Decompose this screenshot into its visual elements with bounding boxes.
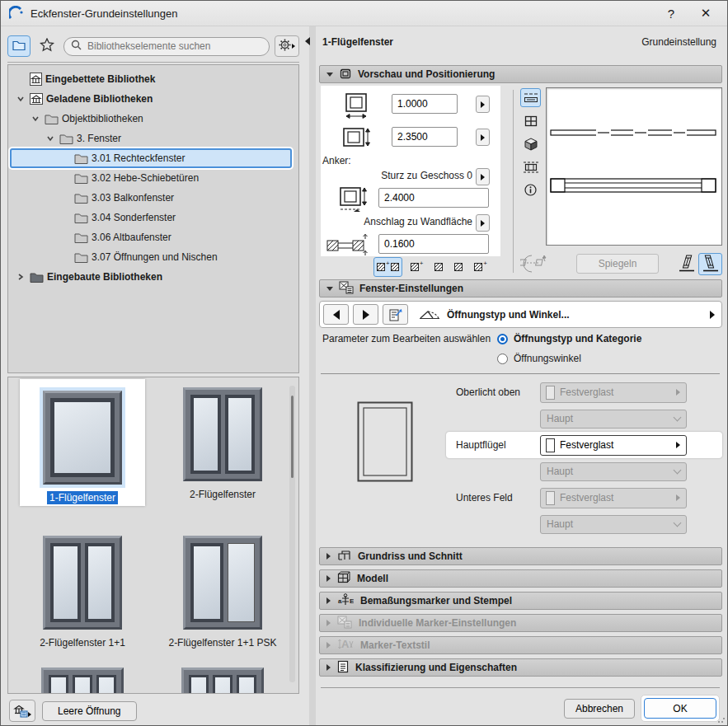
width-input[interactable] xyxy=(392,94,458,114)
empty-opening-button[interactable]: Leere Öffnung xyxy=(42,701,137,721)
expand-triangle-icon xyxy=(326,620,331,626)
sash-type-dropdown[interactable]: Festverglast xyxy=(540,488,687,508)
window-scheme-diagram xyxy=(357,401,413,485)
tree-item-label: 3.04 Sonderfenster xyxy=(92,212,176,223)
previous-page-button[interactable] xyxy=(323,304,349,325)
library-search[interactable] xyxy=(63,37,270,56)
section-preview-positioning[interactable]: Vorschau und Positionierung xyxy=(319,65,722,83)
info-view-button[interactable] xyxy=(520,180,541,199)
plan-view-button[interactable] xyxy=(520,88,541,107)
expand-triangle-icon xyxy=(326,664,331,671)
section-window-settings[interactable]: Fenster-Einstellungen xyxy=(319,279,722,297)
radio-opening-type-label[interactable]: Öffnungstyp und Kategorie xyxy=(514,333,641,344)
resize-grip[interactable] xyxy=(717,715,726,724)
reveal-mode[interactable]: Anschlag zu Wandfläche xyxy=(352,216,472,227)
sash-type-dropdown[interactable]: Festverglast xyxy=(540,435,687,456)
embedded-library-icon xyxy=(30,73,42,86)
sash-subtype-select[interactable]: Haupt xyxy=(540,515,687,534)
chevron-right-icon[interactable] xyxy=(15,273,26,281)
reveal-input[interactable] xyxy=(378,234,489,254)
library-item-thumbnail[interactable]: 2-Flügelfenster xyxy=(160,379,285,501)
section-view-button[interactable] xyxy=(520,157,541,176)
anchor-pair-button[interactable]: + xyxy=(373,257,402,277)
library-item-thumbnail[interactable] xyxy=(160,661,285,694)
flyout-arrow-icon xyxy=(676,442,680,448)
sill-height-input[interactable] xyxy=(378,188,489,208)
folder-view-button[interactable] xyxy=(7,35,31,57)
search-input[interactable] xyxy=(86,40,262,53)
section-modell[interactable]: Modell xyxy=(319,569,722,588)
mirror-button[interactable]: Spiegeln xyxy=(576,254,659,274)
tree-item[interactable]: Geladene Bibliotheken xyxy=(8,89,298,109)
sill-anchor-flyout-button[interactable] xyxy=(476,168,490,185)
toolbar-divider xyxy=(7,62,299,63)
radio-opening-angle-label[interactable]: Öffnungswinkel xyxy=(514,353,581,364)
tree-item[interactable]: 3.01 Rechteckfenster xyxy=(8,148,298,168)
section-klassifizierung-und-eigenschaften[interactable]: Klassifizierung und Eigenschaften xyxy=(319,658,722,677)
collapse-left-panel-icon[interactable] xyxy=(305,37,310,45)
tree-item[interactable]: 3. Fenster xyxy=(8,129,298,148)
tree-item[interactable]: Objektbibliotheken xyxy=(8,109,298,129)
chevron-down-icon[interactable] xyxy=(15,95,26,103)
tree-item[interactable]: Eingebaute Bibliotheken xyxy=(8,267,298,287)
tree-item[interactable]: 3.03 Balkonfenster xyxy=(8,188,298,208)
sash-subtype-select[interactable]: Haupt xyxy=(540,462,687,481)
plan-section-icon xyxy=(337,550,351,564)
title-bar: Eckfenster-Grundeinstellungen ? ✕ xyxy=(1,1,727,26)
settings-page-dropdown[interactable]: Öffnungstyp und Winkel... xyxy=(412,309,706,321)
height-input[interactable] xyxy=(392,127,458,147)
tree-item[interactable]: Eingebettete Bibliothek xyxy=(8,69,298,89)
radio-opening-angle[interactable] xyxy=(497,354,508,364)
search-options-button[interactable] xyxy=(275,35,299,57)
tree-item[interactable]: 3.04 Sonderfenster xyxy=(8,208,298,227)
close-button[interactable]: ✕ xyxy=(689,1,722,26)
preview-view-toolbar xyxy=(520,88,541,199)
width-flyout-button[interactable] xyxy=(476,96,490,113)
chevron-down-icon[interactable] xyxy=(30,115,41,123)
sash-subtype-row: Haupt xyxy=(446,461,722,482)
library-item-thumbnail[interactable]: 2-Flügelfenster 1+1 PSK xyxy=(160,527,285,649)
model-3d-view-button[interactable] xyxy=(520,134,541,153)
loaded-library-icon xyxy=(30,93,43,105)
anchor-plain2-button[interactable] xyxy=(451,257,466,277)
anchor-plain-button[interactable] xyxy=(431,257,446,277)
mirror-left-button[interactable] xyxy=(674,253,698,275)
help-button[interactable]: ? xyxy=(655,1,688,26)
section-bemaßungsmarker-und-stempel[interactable]: aEBemaßungsmarker und Stempel xyxy=(319,592,722,610)
mirror-right-button[interactable] xyxy=(698,253,722,275)
thumbnail-scrollbar[interactable] xyxy=(289,386,295,682)
panel-divider[interactable] xyxy=(309,26,316,726)
sash-type-dropdown[interactable]: Festverglast xyxy=(540,382,687,403)
arrow-right-icon xyxy=(363,310,369,320)
chevron-down-icon[interactable] xyxy=(45,134,56,143)
library-item-thumbnail[interactable]: 1-Flügelfenster xyxy=(20,379,145,506)
preview-viewport[interactable] xyxy=(546,87,722,246)
window-preview-image xyxy=(40,666,125,694)
scrollbar-thumb[interactable] xyxy=(291,396,294,478)
favorites-button[interactable] xyxy=(35,35,59,57)
folder-icon xyxy=(59,133,73,144)
ok-button[interactable]: OK xyxy=(644,698,716,719)
library-item-thumbnail[interactable] xyxy=(20,661,145,694)
radio-opening-type[interactable] xyxy=(497,334,508,344)
next-page-button[interactable] xyxy=(353,304,378,325)
library-item-thumbnail[interactable]: 2-Flügelfenster 1+1 xyxy=(20,527,145,649)
section-grundriss-und-schnitt[interactable]: Grundriss und Schnitt xyxy=(319,547,722,565)
cancel-button[interactable]: Abbrechen xyxy=(564,699,635,719)
transfer-settings-button[interactable] xyxy=(383,304,408,325)
tree-item[interactable]: 3.06 Altbaufenster xyxy=(8,227,298,247)
reveal-flyout-button[interactable] xyxy=(476,214,490,232)
folder-icon xyxy=(74,252,88,263)
tree-item[interactable]: 3.02 Hebe-Schiebetüren xyxy=(8,168,298,188)
library-manager-button[interactable] xyxy=(9,700,35,722)
elevation-view-button[interactable] xyxy=(520,111,541,130)
tree-item-label: Geladene Bibliotheken xyxy=(46,93,153,105)
sill-anchor-mode[interactable]: Sturz zu Geschoss 0 xyxy=(369,170,472,181)
sash-subtype-select[interactable]: Haupt xyxy=(540,410,687,429)
page-flyout-icon[interactable] xyxy=(710,311,715,319)
tree-item[interactable]: 3.07 Öffnungen und Nischen xyxy=(8,247,298,267)
anchor-bottom-plus-button[interactable]: + xyxy=(471,257,491,277)
window-preview-image xyxy=(180,384,265,485)
anchor-top-plus-button[interactable]: + xyxy=(407,257,427,277)
height-flyout-button[interactable] xyxy=(476,129,490,146)
